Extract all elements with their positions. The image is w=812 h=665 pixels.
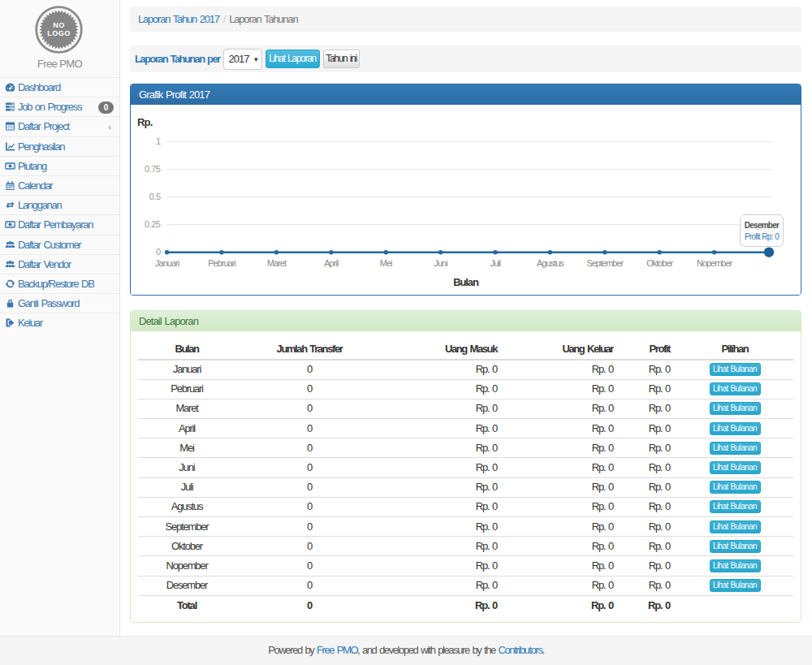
svg-text:1: 1	[156, 136, 161, 146]
svg-text:Januari: Januari	[155, 258, 179, 268]
svg-text:Mei: Mei	[380, 258, 392, 268]
svg-text:Maret: Maret	[267, 258, 287, 268]
svg-text:Pebruari: Pebruari	[208, 258, 235, 268]
svg-text:0.25: 0.25	[145, 219, 161, 229]
svg-text:Juli: Juli	[490, 258, 501, 268]
svg-text:0.75: 0.75	[145, 164, 161, 174]
svg-text:September: September	[586, 258, 624, 268]
svg-text:Agustus: Agustus	[537, 258, 564, 268]
svg-text:Nopember: Nopember	[697, 258, 733, 268]
svg-text:NO: NO	[53, 21, 65, 29]
svg-text:Oktober: Oktober	[646, 258, 673, 268]
svg-text:Juni: Juni	[434, 258, 448, 268]
svg-text:LOGO: LOGO	[47, 29, 71, 37]
svg-text:0: 0	[156, 247, 161, 257]
svg-text:April: April	[324, 258, 339, 268]
svg-text:0.5: 0.5	[149, 192, 161, 201]
